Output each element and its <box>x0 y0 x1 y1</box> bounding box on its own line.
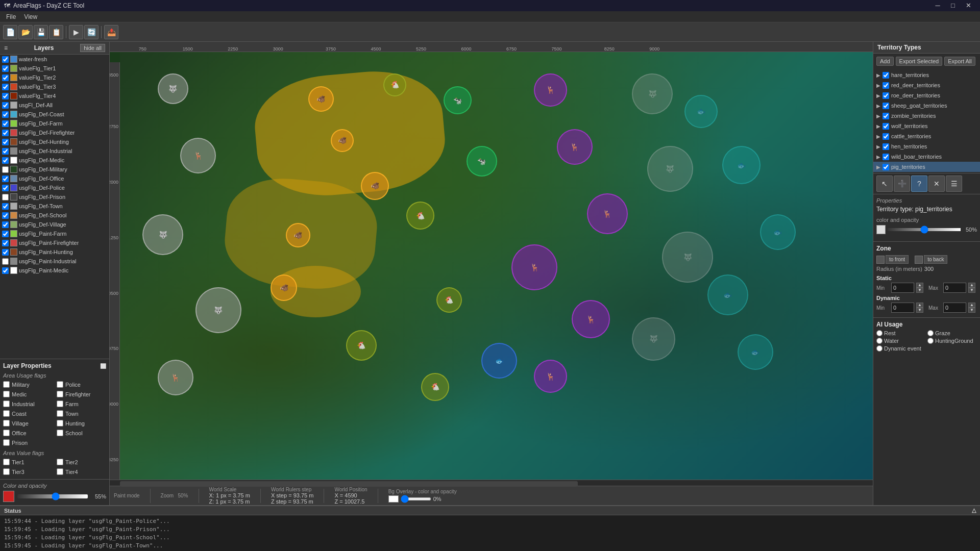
layer-checkbox-16[interactable] <box>2 203 9 210</box>
flag-school-checkbox[interactable] <box>57 430 63 436</box>
layer-item-usgFlg-Def-Industrial[interactable]: usgFlg_Def-Industrial <box>0 146 109 156</box>
layer-item-usgFl-Def-All[interactable]: usgFl_Def-All <box>0 101 109 110</box>
layer-item-usgFlg-Def-School[interactable]: usgFlg_Def-School <box>0 211 109 220</box>
layer-checkbox-8[interactable] <box>2 130 9 136</box>
layer-item-usgFlg-Paint-Farm[interactable]: usgFlg_Paint-Farm <box>0 229 109 238</box>
right-opacity-slider[interactable] <box>888 228 961 231</box>
toolbar-export[interactable]: 📤 <box>104 25 118 39</box>
flag-tier1-checkbox[interactable] <box>3 459 10 465</box>
territory-row-hare[interactable]: ▶ hare_territories <box>873 70 980 80</box>
layer-item-usgFlg-Def-Prison[interactable]: usgFlg_Def-Prison <box>0 192 109 202</box>
static-max-spin-down[interactable]: ▼ <box>968 288 975 293</box>
flag-hunting-checkbox[interactable] <box>57 420 63 427</box>
flag-farm-checkbox[interactable] <box>57 400 63 407</box>
static-min-spin-up[interactable]: ▲ <box>916 283 923 288</box>
territory-check-zombie[interactable] <box>883 113 889 119</box>
layer-checkbox-5[interactable] <box>2 102 9 109</box>
static-min-spin-down[interactable]: ▼ <box>916 288 923 293</box>
maximize-button[interactable]: □ <box>945 0 961 11</box>
territory-check-wolf[interactable] <box>883 123 889 130</box>
close-button[interactable]: ✕ <box>961 0 976 11</box>
layer-item-valueFlg-Tier1[interactable]: valueFlg_Tier1 <box>0 64 109 73</box>
layer-item-water-fresh[interactable]: water-fresh <box>0 55 109 64</box>
flag-medic-checkbox[interactable] <box>3 391 10 397</box>
tool-list[interactable]: ☰ <box>946 176 962 192</box>
layer-checkbox-13[interactable] <box>2 176 9 182</box>
dynamic-max-spin-up[interactable]: ▲ <box>968 303 975 308</box>
export-all-button[interactable]: Export All <box>944 57 975 66</box>
static-min-input[interactable] <box>891 283 914 293</box>
territory-row-wild-boar[interactable]: ▶ wild_boar_territories <box>873 152 980 162</box>
layer-checkbox-10[interactable] <box>2 148 9 155</box>
flag-tier3-checkbox[interactable] <box>3 468 10 475</box>
map-canvas[interactable]: 🐺 🦌 🐺 🐺 🦌 🐗 🐗 🐗 🐗 🐗 🦌 🦌 🦌 🦌 🦌 🦌 <box>120 52 873 480</box>
toolbar-run[interactable]: ▶ <box>69 25 83 39</box>
layer-item-valueFlg-Tier2[interactable]: valueFlg_Tier2 <box>0 73 109 82</box>
layer-checkbox-6[interactable] <box>2 111 9 118</box>
layer-checkbox-0[interactable] <box>2 56 9 63</box>
dynamic-max-spin-down[interactable]: ▼ <box>968 308 975 313</box>
territory-check-cattle[interactable] <box>883 133 889 140</box>
flag-military-checkbox[interactable] <box>3 381 10 388</box>
flag-town-checkbox[interactable] <box>57 410 63 417</box>
toolbar-save-as[interactable]: 📋 <box>49 25 63 39</box>
flag-tier2-checkbox[interactable] <box>57 459 63 465</box>
add-territory-button[interactable]: Add <box>876 57 894 66</box>
ai-graze-radio[interactable] <box>927 330 934 336</box>
layer-checkbox-1[interactable] <box>2 65 9 72</box>
layer-item-usgFlg-Def-Coast[interactable]: usgFlg_Def-Coast <box>0 110 109 119</box>
territory-row-cattle[interactable]: ▶ cattle_territories <box>873 131 980 141</box>
layer-checkbox-11[interactable] <box>2 157 9 164</box>
to-front-button[interactable]: to front <box>886 255 909 264</box>
layer-checkbox-14[interactable] <box>2 185 9 191</box>
color-swatch[interactable] <box>3 491 14 502</box>
layer-item-usgFlg-Def-Hunting[interactable]: usgFlg_Def-Hunting <box>0 137 109 146</box>
territory-row-sheep-goat[interactable]: ▶ sheep_goat_territories <box>873 101 980 111</box>
layer-item-usgFlg-Paint-Firefighter[interactable]: usgFlg_Paint-Firefighter <box>0 238 109 247</box>
map-horizontal-scrollbar[interactable] <box>110 480 873 486</box>
territory-check-roe-deer[interactable] <box>883 92 889 99</box>
layer-checkbox-2[interactable] <box>2 74 9 81</box>
dynamic-min-spin-down[interactable]: ▼ <box>916 308 923 313</box>
toolbar-refresh[interactable]: 🔄 <box>84 25 99 39</box>
flag-coast-checkbox[interactable] <box>3 410 10 417</box>
layer-item-usgFlg-Def-Farm[interactable]: usgFlg_Def-Farm <box>0 119 109 128</box>
layer-checkbox-19[interactable] <box>2 231 9 237</box>
layer-item-valueFlg-Tier3[interactable]: valueFlg_Tier3 <box>0 82 109 91</box>
export-selected-button[interactable]: Export Selected <box>896 57 943 66</box>
to-back-button[interactable]: to back <box>924 255 947 264</box>
territory-row-roe-deer[interactable]: ▶ roe_deer_territories <box>873 90 980 101</box>
flag-tier4-checkbox[interactable] <box>57 468 63 475</box>
menu-file[interactable]: File <box>2 12 20 21</box>
ai-hunting-ground-radio[interactable] <box>927 338 934 344</box>
ai-rest-radio[interactable] <box>876 330 883 336</box>
layer-checkbox-20[interactable] <box>2 240 9 246</box>
flag-firefighter-checkbox[interactable] <box>57 391 63 397</box>
flag-police-checkbox[interactable] <box>57 381 63 388</box>
toolbar-save[interactable]: 💾 <box>34 25 48 39</box>
layer-checkbox-12[interactable] <box>2 166 9 173</box>
territory-check-pig[interactable] <box>883 164 889 170</box>
right-color-swatch[interactable] <box>876 225 886 234</box>
minimize-button[interactable]: ─ <box>930 0 945 11</box>
layer-checkbox-4[interactable] <box>2 93 9 99</box>
layer-item-usgFlg-Def-Village[interactable]: usgFlg_Def-Village <box>0 220 109 229</box>
layer-checkbox-15[interactable] <box>2 194 9 201</box>
bg-opacity-slider[interactable] <box>401 497 431 500</box>
layer-item-usgFlg-Paint-Industrial[interactable]: usgFlg_Paint-Industrial <box>0 257 109 266</box>
tool-delete[interactable]: ✕ <box>928 176 945 192</box>
layer-item-usgFlg-Def-Military[interactable]: usgFlg_Def-Military <box>0 165 109 174</box>
layer-item-usgFlg-Def-Police[interactable]: usgFlg_Def-Police <box>0 183 109 192</box>
territory-row-hen[interactable]: ▶ hen_territories <box>873 141 980 152</box>
ai-dynamic-event-radio[interactable] <box>876 345 883 352</box>
territory-row-wolf[interactable]: ▶ wolf_territories <box>873 121 980 131</box>
layer-item-usgFlg-Def-Medic[interactable]: usgFlg_Def-Medic <box>0 156 109 165</box>
territory-check-hare[interactable] <box>883 72 889 79</box>
layer-checkbox-17[interactable] <box>2 212 9 219</box>
territory-row-pig[interactable]: ▶ pig_territories <box>873 162 980 172</box>
territory-check-sheep-goat[interactable] <box>883 103 889 109</box>
layer-item-usgFlg-Def-Office[interactable]: usgFlg_Def-Office <box>0 174 109 183</box>
static-max-input[interactable] <box>943 283 966 293</box>
toolbar-open-folder[interactable]: 📂 <box>18 25 33 39</box>
layer-checkbox-7[interactable] <box>2 120 9 127</box>
